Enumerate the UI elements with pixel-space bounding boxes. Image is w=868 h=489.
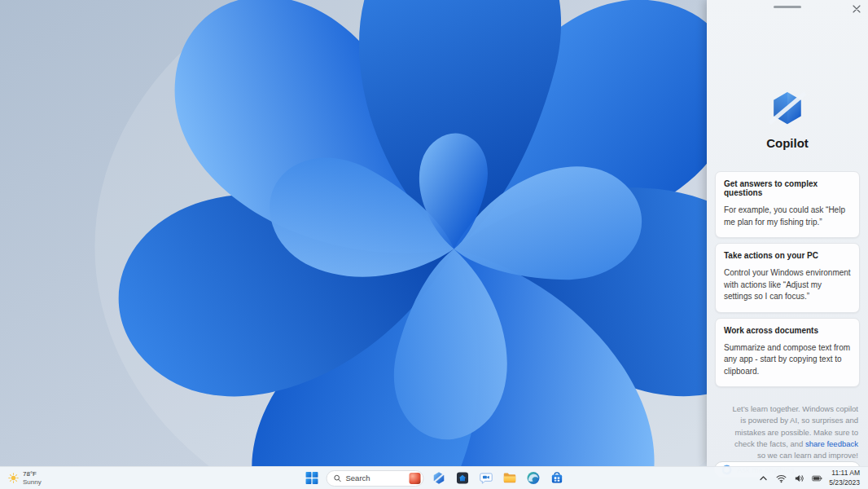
card-title: Get answers to complex questions <box>724 179 851 197</box>
battery-button[interactable] <box>811 473 822 483</box>
taskbar-center: Search <box>303 467 566 489</box>
card-body: Summarize and compose text from any app … <box>724 342 851 378</box>
taskbar-edge-button[interactable] <box>524 469 542 487</box>
clock[interactable]: 11:11 AM 5/23/2023 <box>829 469 860 487</box>
clock-date: 5/23/2023 <box>829 478 860 487</box>
copilot-title: Copilot <box>707 136 868 150</box>
taskbar: 78°F Sunny Search <box>0 466 868 489</box>
battery-icon <box>812 474 822 483</box>
chat-icon <box>479 471 493 485</box>
weather-temp: 78°F <box>23 470 42 478</box>
chevron-up-icon <box>758 474 769 483</box>
store-icon <box>550 471 563 485</box>
widgets-weather-button[interactable]: 78°F Sunny <box>0 467 50 489</box>
folder-icon <box>502 471 516 485</box>
card-complex-questions[interactable]: Get answers to complex questions For exa… <box>715 171 860 238</box>
search-label: Search <box>346 474 406 482</box>
wifi-icon <box>776 474 787 483</box>
ai-disclaimer: Let’s learn together. Windows copilot is… <box>728 403 858 461</box>
clock-time: 11:11 AM <box>829 469 860 478</box>
copilot-logo-icon <box>769 90 806 127</box>
tray-overflow-button[interactable] <box>757 473 769 483</box>
close-icon[interactable] <box>850 2 863 15</box>
drag-handle[interactable] <box>774 6 801 8</box>
suggestion-cards: Get answers to complex questions For exa… <box>715 171 860 392</box>
volume-button[interactable] <box>793 473 804 483</box>
copilot-icon <box>432 471 445 485</box>
network-button[interactable] <box>775 473 787 483</box>
copilot-panel: Copilot Get answers to complex questions… <box>707 0 868 466</box>
taskbar-chat-button[interactable] <box>477 469 495 487</box>
card-body: For example, you could ask “Help me plan… <box>724 205 851 228</box>
windows-logo-icon <box>305 471 318 485</box>
search-icon <box>334 474 342 482</box>
system-tray: 11:11 AM 5/23/2023 <box>749 467 868 489</box>
copilot-branding: Copilot <box>707 90 868 150</box>
card-take-actions[interactable]: Take actions on your PC Control your Win… <box>715 243 860 313</box>
speaker-icon <box>794 474 804 483</box>
dev-home-icon <box>455 471 469 485</box>
card-body: Control your Windows environment with ac… <box>724 267 851 303</box>
edge-icon <box>526 471 540 485</box>
card-title: Work across documents <box>724 326 851 335</box>
copilot-panel-header <box>707 0 868 18</box>
search-box[interactable]: Search <box>327 470 424 487</box>
taskbar-copilot-button[interactable] <box>430 469 448 487</box>
search-highlight-icon <box>410 473 421 484</box>
card-title: Take actions on your PC <box>724 251 851 260</box>
taskbar-store-button[interactable] <box>548 469 566 487</box>
weather-condition: Sunny <box>23 478 42 487</box>
taskbar-dev-home-button[interactable] <box>454 469 471 487</box>
disclaimer-text: so we can learn and improve! <box>757 451 858 460</box>
taskbar-file-explorer-button[interactable] <box>501 469 519 487</box>
share-feedback-link[interactable]: share feedback <box>805 439 858 448</box>
start-button[interactable] <box>303 469 321 487</box>
card-work-documents[interactable]: Work across documents Summarize and comp… <box>715 318 860 388</box>
sun-icon <box>8 473 19 483</box>
